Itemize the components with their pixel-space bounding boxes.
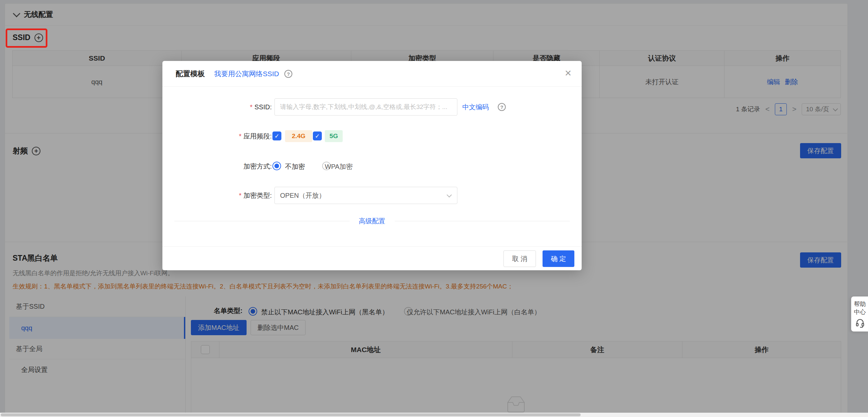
encrypt-wpa-label[interactable]: WPA加密 [325, 162, 353, 171]
apartment-ssid-link[interactable]: 我要用公寓网络SSID [214, 61, 279, 87]
config-template-modal: 配置模板 我要用公寓网络SSID ? ✕ *SSID: 中文编码 ? *应用频段… [162, 61, 582, 270]
ok-button[interactable]: 确 定 [542, 250, 575, 267]
required-asterisk: * [239, 132, 242, 140]
annotation-highlight-box [6, 29, 48, 48]
divider-line [174, 221, 350, 221]
advanced-config-link[interactable]: 高级配置 [359, 217, 385, 226]
encrypt-none-radio[interactable] [273, 162, 281, 170]
required-asterisk: * [239, 192, 242, 199]
encrypt-mode-label: 加密方式: [182, 161, 272, 171]
band-5g-checkbox[interactable]: ✓ [313, 131, 322, 140]
scrollbar-thumb[interactable] [1, 413, 581, 416]
help-center-widget[interactable]: 帮助 中心 [851, 296, 868, 331]
screen: 无线配置 SSID + SSID 应用频段 加密类型 是否隐藏 认证协议 操作 … [0, 0, 868, 417]
close-icon[interactable]: ✕ [564, 69, 572, 77]
cancel-button[interactable]: 取 消 [503, 250, 536, 267]
help-icon[interactable]: ? [284, 70, 292, 78]
modal-footer: 取 消 确 定 [162, 247, 582, 270]
help-center-line1: 帮助 [854, 300, 866, 308]
horizontal-scrollbar [0, 413, 868, 417]
band-5g-tag: 5G [325, 130, 343, 142]
ssid-input[interactable] [274, 98, 457, 116]
chinese-encoding-link[interactable]: 中文编码 [462, 94, 489, 120]
advanced-config-divider: 高级配置 [174, 217, 570, 226]
headset-icon [855, 318, 865, 328]
chevron-down-icon [447, 192, 452, 197]
modal-header: 配置模板 我要用公寓网络SSID ? ✕ [162, 61, 582, 87]
band-field-label: *应用频段: [182, 131, 272, 141]
required-asterisk: * [250, 103, 252, 110]
band-24g-tag: 2.4G [285, 130, 312, 142]
encrypt-type-label: *加密类型: [182, 187, 272, 204]
encrypt-none-label[interactable]: 不加密 [285, 162, 305, 171]
divider-line [395, 221, 570, 221]
band-24g-checkbox[interactable]: ✓ [273, 131, 281, 140]
encrypt-type-value: OPEN（开放） [280, 191, 326, 200]
modal-title: 配置模板 [176, 61, 205, 87]
encrypt-type-select[interactable]: OPEN（开放） [274, 187, 457, 204]
ssid-field-label: *SSID: [182, 98, 272, 116]
encoding-help-icon[interactable]: ? [498, 103, 506, 111]
help-center-line2: 中心 [854, 308, 866, 316]
